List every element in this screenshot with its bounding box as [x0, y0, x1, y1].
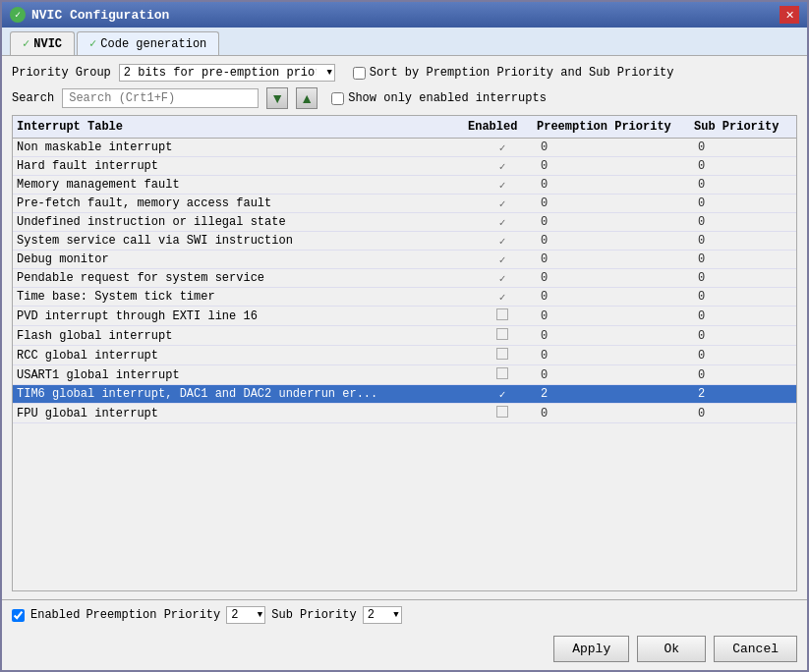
row-preemption: 0	[537, 178, 694, 192]
row-enabled[interactable]	[468, 328, 537, 343]
row-enabled: ✓	[468, 235, 537, 248]
priority-group-select-wrapper: 2 bits for pre-emption priorit... ▼	[119, 64, 335, 82]
table-row[interactable]: FPU global interrupt00	[13, 404, 796, 423]
table-row[interactable]: TIM6 global interrupt, DAC1 and DAC2 und…	[13, 385, 796, 404]
row-enabled: ✓	[468, 272, 537, 285]
tab-code-generation[interactable]: ✓ Code generation	[77, 31, 219, 55]
row-preemption: 0	[537, 290, 694, 304]
col-interrupt-table: Interrupt Table	[17, 120, 468, 134]
row-sub: 0	[694, 215, 792, 229]
row-preemption: 0	[537, 368, 694, 382]
sub-select-wrapper: 2013 ▼	[363, 606, 402, 624]
table-row[interactable]: USART1 global interrupt00	[13, 365, 796, 385]
row-name: Pre-fetch fault, memory access fault	[17, 196, 468, 210]
table-row[interactable]: Time base: System tick timer✓00	[13, 288, 796, 307]
table-row[interactable]: Undefined instruction or illegal state✓0…	[13, 213, 796, 232]
table-row[interactable]: Pendable request for system service✓00	[13, 269, 796, 288]
table-row[interactable]: Flash global interrupt00	[13, 326, 796, 346]
row-preemption: 0	[537, 309, 694, 323]
bottom-preemption-label: Preemption Priority	[86, 608, 220, 622]
row-sub: 0	[694, 368, 792, 382]
row-preemption: 2	[537, 387, 694, 401]
row-preemption: 0	[537, 196, 694, 210]
bottom-enabled-label: Enabled	[30, 608, 80, 622]
row-sub: 0	[694, 309, 792, 323]
search-input[interactable]	[62, 88, 259, 108]
row-enabled: ✓	[468, 197, 537, 210]
nvic-config-window: ✓ NVIC Configuration ✕ ✓ NVIC ✓ Code gen…	[0, 0, 809, 672]
row-enabled: ✓	[468, 141, 537, 154]
table-row[interactable]: Hard fault interrupt✓00	[13, 157, 796, 176]
title-bar: ✓ NVIC Configuration ✕	[2, 2, 807, 28]
row-preemption: 0	[537, 215, 694, 229]
row-name: Debug monitor	[17, 252, 468, 266]
sort-label: Sort by Premption Priority and Sub Prior…	[370, 66, 674, 80]
row-name: Pendable request for system service	[17, 271, 468, 285]
table-row[interactable]: System service call via SWI instruction✓…	[13, 232, 796, 251]
priority-group-row: Priority Group 2 bits for pre-emption pr…	[12, 64, 797, 82]
row-enabled[interactable]: ✓	[468, 388, 537, 401]
bottom-sub-label: Sub Priority	[271, 608, 356, 622]
sub-select[interactable]: 2013	[363, 606, 402, 624]
row-enabled: ✓	[468, 160, 537, 173]
row-sub: 0	[694, 159, 792, 173]
table-row[interactable]: Pre-fetch fault, memory access fault✓00	[13, 195, 796, 213]
row-sub: 0	[694, 329, 792, 343]
table-row[interactable]: Debug monitor✓00	[13, 251, 796, 269]
row-name: TIM6 global interrupt, DAC1 and DAC2 und…	[17, 387, 468, 401]
row-enabled[interactable]	[468, 406, 537, 420]
table-row[interactable]: RCC global interrupt00	[13, 346, 796, 365]
row-name: FPU global interrupt	[17, 407, 468, 420]
row-preemption: 0	[537, 140, 694, 154]
ok-button[interactable]: Ok	[637, 636, 706, 662]
col-sub: Sub Priority	[694, 120, 792, 134]
row-name: Undefined instruction or illegal state	[17, 215, 468, 229]
row-name: Memory management fault	[17, 178, 468, 192]
show-enabled-checkbox[interactable]	[331, 92, 344, 105]
table-row[interactable]: Memory management fault✓00	[13, 176, 796, 195]
row-preemption: 0	[537, 349, 694, 363]
window-title: NVIC Configuration	[31, 8, 169, 23]
row-sub: 0	[694, 252, 792, 266]
row-sub: 0	[694, 178, 792, 192]
row-sub: 2	[694, 387, 792, 401]
sort-checkbox[interactable]	[353, 67, 366, 80]
row-enabled[interactable]	[468, 348, 537, 363]
row-sub: 0	[694, 140, 792, 154]
table-row[interactable]: Non maskable interrupt✓00	[13, 139, 796, 157]
row-enabled[interactable]	[468, 308, 537, 323]
row-sub: 0	[694, 290, 792, 304]
row-preemption: 0	[537, 329, 694, 343]
cancel-button[interactable]: Cancel	[714, 636, 797, 662]
row-preemption: 0	[537, 252, 694, 266]
main-content: Priority Group 2 bits for pre-emption pr…	[2, 56, 807, 599]
search-row: Search ▼ ▲ Show only enabled interrupts	[12, 87, 797, 109]
priority-group-select[interactable]: 2 bits for pre-emption priorit...	[119, 64, 335, 82]
sort-checkbox-row: Sort by Premption Priority and Sub Prior…	[353, 66, 674, 80]
table-header: Interrupt Table Enabled Preemption Prior…	[13, 116, 796, 139]
row-enabled[interactable]	[468, 367, 537, 382]
nvic-check-icon: ✓	[23, 36, 29, 51]
bottom-enabled-checkbox[interactable]	[12, 609, 25, 622]
row-enabled: ✓	[468, 179, 537, 192]
codegen-check-icon: ✓	[89, 36, 96, 51]
apply-button[interactable]: Apply	[553, 636, 629, 662]
table-row[interactable]: PVD interrupt through EXTI line 1600	[13, 307, 796, 326]
table-body: Non maskable interrupt✓00Hard fault inte…	[13, 139, 796, 590]
row-sub: 0	[694, 196, 792, 210]
action-buttons-row: Apply Ok Cancel	[2, 630, 807, 670]
row-name: Non maskable interrupt	[17, 140, 468, 154]
row-name: Flash global interrupt	[17, 329, 468, 343]
search-down-button[interactable]: ▼	[266, 87, 288, 109]
preemption-select[interactable]: 2013	[226, 606, 265, 624]
search-up-button[interactable]: ▲	[296, 87, 318, 109]
window-icon: ✓	[10, 7, 26, 23]
row-name: Hard fault interrupt	[17, 159, 468, 173]
bottom-controls: Enabled Preemption Priority 2013 ▼ Sub P…	[2, 599, 807, 630]
row-name: System service call via SWI instruction	[17, 234, 468, 248]
tab-nvic[interactable]: ✓ NVIC	[10, 31, 75, 55]
close-button[interactable]: ✕	[780, 6, 799, 24]
tab-nvic-label: NVIC	[33, 37, 62, 51]
tabs-bar: ✓ NVIC ✓ Code generation	[2, 28, 807, 56]
priority-group-label: Priority Group	[12, 66, 111, 80]
